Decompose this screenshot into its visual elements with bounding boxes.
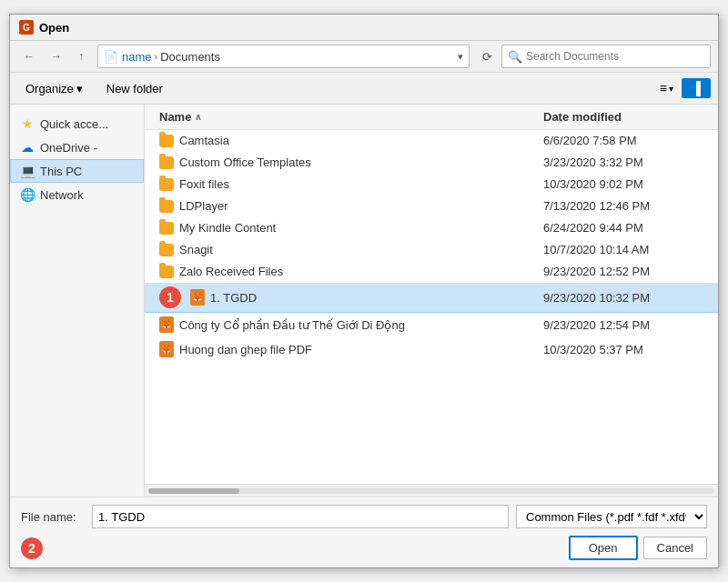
main-area: ★ Quick acce... ☁ OneDrive - 💻 This PC 🌐… (10, 105, 718, 497)
view-list-icon: ≡ (660, 81, 667, 95)
file-date: 3/23/2020 3:32 PM (536, 156, 718, 169)
list-item[interactable]: My Kindle Content 6/24/2020 9:44 PM (145, 217, 718, 239)
search-icon: 🔍 (508, 50, 522, 64)
network-icon: 🌐 (20, 187, 35, 202)
forward-button[interactable]: → (45, 46, 68, 66)
content-area: Name ∧ Date modified Camtasia 6/6/2020 7… (145, 105, 718, 497)
address-bar[interactable]: 📄 name › Documents ▾ (97, 45, 470, 68)
path-this-pc[interactable]: name (122, 50, 152, 64)
folder-icon (159, 266, 174, 278)
view-options: ≡ ▾ ▐ (653, 77, 711, 99)
file-date: 6/24/2020 9:44 PM (536, 221, 718, 235)
view-dropdown-icon: ▾ (669, 84, 673, 94)
file-name: My Kindle Content (179, 221, 276, 235)
filetype-select[interactable]: Common Files (*.pdf *.fdf *.xfdf (516, 505, 707, 528)
list-item[interactable]: 🦊 Công ty Cổ phần Đầu tư Thế Giới Di Độn… (145, 313, 718, 337)
view-toggle-button[interactable]: ▐ (682, 78, 711, 98)
list-item[interactable]: Foxit files 10/3/2020 9:02 PM (145, 174, 718, 196)
sidebar-item-this-pc-label: This PC (40, 165, 82, 178)
location-icon: 📄 (104, 50, 118, 64)
list-item[interactable]: 1 🦊 1. TGDD 9/23/2020 10:32 PM (145, 283, 718, 313)
file-date: 9/23/2020 10:32 PM (536, 291, 718, 305)
column-date-modified[interactable]: Date modified (536, 108, 718, 125)
horizontal-scrollbar[interactable] (145, 484, 718, 497)
file-name-cell: Camtasia (145, 134, 536, 147)
dialog-title: Open (39, 21, 69, 35)
title-bar: G Open (10, 15, 718, 41)
navigation-toolbar: ← → ↑ 📄 name › Documents ▾ ⟳ 🔍 (10, 41, 718, 73)
scrollbar-track (148, 488, 714, 494)
sidebar-item-onedrive[interactable]: ☁ OneDrive - (10, 135, 144, 159)
file-name: Huong dan ghep file PDF (179, 343, 312, 356)
file-name-cell: 1 🦊 1. TGDD (145, 286, 536, 308)
pane-icon: ▐ (692, 81, 701, 95)
organize-button[interactable]: Organize ▾ (17, 78, 91, 99)
file-date: 6/6/2020 7:58 PM (536, 134, 718, 147)
folder-icon (159, 135, 174, 147)
file-date: 10/3/2020 5:37 PM (536, 343, 718, 356)
folder-icon (159, 178, 174, 191)
app-icon: G (19, 20, 34, 35)
list-item[interactable]: Custom Office Templates 3/23/2020 3:32 P… (145, 152, 718, 174)
folder-icon (159, 200, 174, 213)
path-documents: Documents (160, 50, 220, 64)
list-item[interactable]: 🦊 Huong dan ghep file PDF 10/3/2020 5:37… (145, 337, 718, 362)
organize-label: Organize (25, 82, 74, 95)
file-name: Công ty Cổ phần Đầu tư Thế Giới Di Động (179, 318, 405, 332)
list-item[interactable]: Camtasia 6/6/2020 7:58 PM (145, 130, 718, 152)
new-folder-button[interactable]: New folder (98, 78, 171, 99)
open-button[interactable]: Open (569, 536, 638, 560)
sidebar: ★ Quick acce... ☁ OneDrive - 💻 This PC 🌐… (10, 105, 145, 497)
folder-icon (159, 222, 174, 235)
list-item[interactable]: Snagit 10/7/2020 10:14 AM (145, 239, 718, 261)
list-item[interactable]: LDPlayer 7/13/2020 12:46 PM (145, 196, 718, 217)
file-date: 10/3/2020 9:02 PM (536, 177, 718, 191)
file-name-cell: Snagit (145, 243, 536, 256)
filename-input[interactable] (92, 505, 509, 528)
address-path: name › Documents (122, 50, 454, 64)
step1-badge: 1 (159, 286, 181, 308)
back-button[interactable]: ← (17, 46, 41, 66)
path-dropdown-button[interactable]: ▾ (458, 51, 463, 63)
sidebar-item-onedrive-label: OneDrive - (40, 141, 97, 155)
folder-icon (159, 156, 174, 169)
file-name-cell: 🦊 Công ty Cổ phần Đầu tư Thế Giới Di Độn… (145, 316, 536, 333)
file-name-cell: LDPlayer (145, 199, 536, 213)
cancel-button[interactable]: Cancel (643, 537, 707, 559)
button-row: 2 Open Cancel (21, 536, 707, 560)
search-box[interactable]: 🔍 (501, 45, 711, 68)
file-name: Foxit files (179, 177, 229, 191)
column-name[interactable]: Name ∧ (145, 108, 536, 125)
file-name: Zalo Received Files (179, 265, 283, 278)
folder-icon (159, 244, 174, 256)
view-mode-button[interactable]: ≡ ▾ (653, 77, 680, 99)
sidebar-item-network-label: Network (40, 188, 84, 202)
scrollbar-thumb[interactable] (148, 488, 239, 494)
filename-label: File name: (21, 510, 85, 524)
column-date-label: Date modified (543, 110, 622, 124)
column-header: Name ∧ Date modified (145, 105, 718, 130)
action-bar: Organize ▾ New folder ≡ ▾ ▐ (10, 73, 718, 105)
list-item[interactable]: Zalo Received Files 9/23/2020 12:52 PM (145, 261, 718, 283)
file-name-cell: My Kindle Content (145, 221, 536, 235)
file-name-cell: Custom Office Templates (145, 156, 536, 169)
sort-arrow-icon: ∧ (195, 112, 201, 122)
sidebar-item-network[interactable]: 🌐 Network (10, 183, 144, 206)
file-name: 1. TGDD (210, 291, 257, 305)
file-date: 9/23/2020 12:54 PM (536, 318, 718, 332)
refresh-button[interactable]: ⟳ (477, 47, 498, 66)
pc-icon: 💻 (20, 164, 35, 178)
cloud-icon: ☁ (20, 140, 35, 155)
sidebar-item-quick-access[interactable]: ★ Quick acce... (10, 112, 144, 135)
open-dialog: G Open ← → ↑ 📄 name › Documents ▾ ⟳ 🔍 Or… (9, 14, 719, 568)
sidebar-item-this-pc[interactable]: 💻 This PC (10, 159, 144, 183)
file-name: Camtasia (179, 134, 229, 147)
pdf-fox-icon: 🦊 (190, 289, 205, 306)
file-name: Snagit (179, 243, 213, 256)
file-name-cell: 🦊 Huong dan ghep file PDF (145, 341, 536, 357)
up-button[interactable]: ↑ (72, 46, 90, 66)
file-name-cell: Foxit files (145, 177, 536, 191)
star-icon: ★ (20, 116, 35, 131)
search-input[interactable] (526, 50, 704, 63)
file-date: 7/13/2020 12:46 PM (536, 199, 718, 213)
